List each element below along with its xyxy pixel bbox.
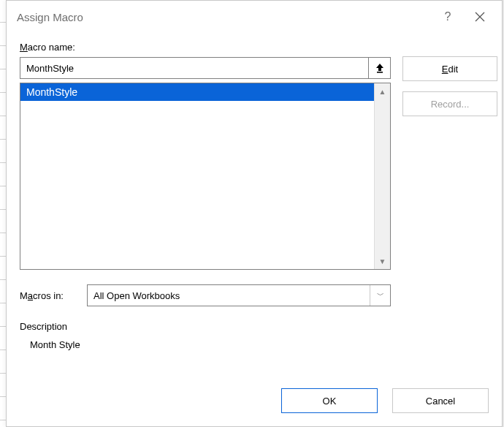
dialog-footer: OK Cancel <box>281 388 489 413</box>
chevron-down-icon: ﹀ <box>370 285 390 306</box>
description-label: Description <box>20 321 391 332</box>
dialog-titlebar: Assign Macro ? <box>7 1 502 33</box>
scroll-up-icon[interactable]: ▲ <box>375 83 390 99</box>
close-button[interactable] <box>464 1 496 33</box>
macro-list[interactable]: MonthStyle ▲ ▼ <box>20 83 391 270</box>
macro-list-inner: MonthStyle <box>20 83 374 269</box>
edit-button[interactable]: Edit <box>402 56 497 81</box>
macros-in-label: Macros in: <box>20 290 87 301</box>
close-icon <box>475 12 485 22</box>
go-button[interactable] <box>369 57 391 79</box>
scroll-down-icon[interactable]: ▼ <box>375 253 390 269</box>
svg-rect-2 <box>377 72 383 73</box>
macro-name-row <box>20 57 391 79</box>
dialog-title: Assign Macro <box>17 11 432 23</box>
dialog-body: Macro name: MonthStyle ▲ ▼ <box>20 42 489 413</box>
macros-in-value: All Open Workbooks <box>93 290 180 301</box>
cancel-button[interactable]: Cancel <box>392 388 489 413</box>
record-button[interactable]: Record... <box>402 91 497 116</box>
help-button[interactable]: ? <box>432 1 464 33</box>
macro-name-label: Macro name: <box>20 42 391 53</box>
macro-name-input[interactable] <box>20 57 369 79</box>
scrollbar[interactable]: ▲ ▼ <box>374 83 390 269</box>
up-arrow-icon <box>375 62 385 74</box>
list-item[interactable]: MonthStyle <box>20 83 374 101</box>
macros-in-combo[interactable]: All Open Workbooks ﹀ <box>87 284 391 306</box>
description-text: Month Style <box>30 339 391 350</box>
macros-in-row: Macros in: All Open Workbooks ﹀ <box>20 284 391 306</box>
left-column: Macro name: MonthStyle ▲ ▼ <box>20 42 391 350</box>
ok-button[interactable]: OK <box>281 388 378 413</box>
right-column: Edit Record... <box>402 56 497 116</box>
assign-macro-dialog: Assign Macro ? Macro name: <box>6 0 503 427</box>
